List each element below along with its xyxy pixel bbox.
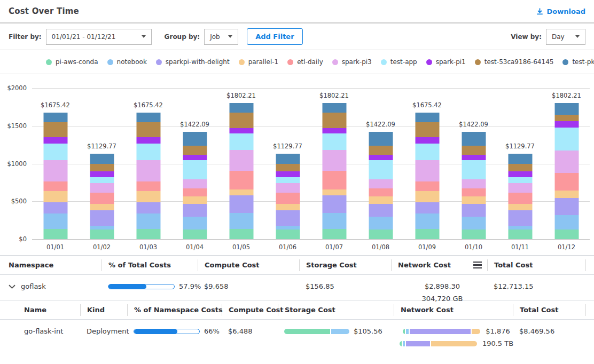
bar-segment-spark-pi1 — [322, 128, 346, 133]
bar-segment-pi-aws-conda — [369, 230, 393, 239]
y-axis-tick: $500 — [11, 197, 27, 205]
workload-table-header: Name Kind % of Namespace Costs Compute C… — [0, 300, 594, 320]
bar-segment-test-53ca9186-64145 — [369, 146, 393, 155]
bar-segment-etl-daily — [43, 181, 67, 192]
bar-segment-etl-daily — [554, 173, 579, 191]
stacked-bar-01/04[interactable] — [183, 132, 207, 239]
legend-swatch-icon — [156, 59, 162, 65]
stacked-bar-01/03[interactable] — [136, 113, 160, 239]
minibar-segment — [431, 341, 477, 346]
bar-segment-spark-pi1 — [415, 137, 439, 144]
bar-segment-parallel-1 — [90, 204, 114, 210]
namespace-compute-cost: $9,658 — [198, 275, 299, 290]
bar-segment-sparkpi-with-delight — [183, 204, 207, 217]
workload-total-cost: $8,469.56 — [513, 320, 586, 335]
stacked-bar-01/07[interactable] — [322, 103, 346, 239]
stacked-bar-01/05[interactable] — [229, 103, 253, 239]
legend-label: pi-aws-conda — [56, 58, 98, 66]
menu-icon[interactable] — [473, 262, 482, 269]
stacked-bar-01/09[interactable] — [415, 113, 439, 239]
stacked-bar-01/12[interactable] — [554, 103, 579, 239]
bar-segment-notebook — [462, 217, 486, 230]
minibar-segment — [403, 341, 405, 346]
bar-segment-spark-pi1 — [276, 171, 300, 177]
bar-segment-pi-aws-conda — [415, 229, 439, 239]
stacked-bar-01/08[interactable] — [369, 132, 393, 239]
y-axis-tick: $1000 — [7, 160, 27, 168]
bar-segment-test-pkix — [276, 154, 300, 164]
bar-segment-notebook — [43, 213, 67, 229]
view-by-value: Day — [552, 33, 565, 41]
bar-segment-test-53ca9186-64145 — [554, 115, 579, 121]
bar-slot: $1422.09 — [171, 88, 218, 239]
col-wl-total-cost: Total Cost — [513, 304, 586, 316]
bar-segment-etl-daily — [508, 193, 532, 204]
minibar-segment — [406, 341, 429, 346]
namespace-total-cost: $12,713.15 — [487, 275, 586, 290]
minibar-segment — [403, 329, 405, 334]
date-range-dropdown[interactable]: 01/01/21 - 01/12/21 — [46, 29, 152, 45]
chevron-down-icon — [575, 35, 580, 38]
download-button[interactable]: Download — [536, 7, 585, 15]
bar-segment-sparkpi-with-delight — [90, 210, 114, 226]
view-by-dropdown[interactable]: Day — [546, 29, 585, 45]
group-by-dropdown[interactable]: Job — [204, 29, 238, 45]
bar-segment-test-app — [554, 128, 579, 150]
bar-segment-parallel-1 — [369, 196, 393, 203]
legend-swatch-icon — [381, 59, 387, 65]
x-axis-tick: 01/01 — [32, 243, 79, 251]
stacked-bar-01/11[interactable] — [508, 154, 532, 239]
bar-segment-spark-pi3 — [90, 183, 114, 193]
bar-segment-pi-aws-conda — [322, 229, 346, 239]
x-axis-tick: 01/12 — [543, 243, 590, 251]
bar-segment-sparkpi-with-delight — [229, 195, 253, 213]
y-axis-tick: $0 — [19, 235, 27, 243]
bar-segment-test-app — [43, 144, 67, 160]
stacked-bar-01/01[interactable] — [43, 113, 67, 239]
legend-item-spark-pi1[interactable]: spark-pi1 — [426, 58, 466, 66]
percent-namespace-bar — [134, 329, 200, 334]
bar-segment-sparkpi-with-delight — [462, 204, 486, 217]
y-axis-tick: $1500 — [7, 122, 27, 130]
minibar-segment — [472, 329, 481, 334]
minibar-segment — [331, 329, 349, 334]
legend-item-test-app[interactable]: test-app — [381, 58, 417, 66]
download-label: Download — [547, 7, 585, 15]
namespace-network-volume: 304,720 GB — [422, 295, 463, 303]
legend-item-notebook[interactable]: notebook — [107, 58, 147, 66]
bar-segment-parallel-1 — [43, 191, 67, 202]
group-by-label: Group by: — [165, 33, 200, 41]
bar-segment-test-app — [415, 144, 439, 160]
add-filter-button[interactable]: Add Filter — [247, 28, 302, 45]
col-storage-cost: Storage Cost — [299, 259, 391, 271]
col-kind: Kind — [80, 304, 127, 316]
bar-total-label: $1802.21 — [533, 92, 594, 99]
bar-segment-test-pkix — [183, 132, 207, 146]
legend-item-sparkpi-with-delight[interactable]: sparkpi-with-delight — [156, 58, 230, 66]
legend-item-test-pkix[interactable]: test-pkix — [562, 58, 594, 66]
legend-item-spark-pi3[interactable]: spark-pi3 — [332, 58, 372, 66]
chevron-down-icon[interactable] — [9, 284, 15, 289]
legend-item-pi-aws-conda[interactable]: pi-aws-conda — [46, 58, 98, 66]
bar-segment-parallel-1 — [322, 189, 346, 195]
stacked-bar-01/02[interactable] — [90, 154, 114, 239]
col-percent-namespace: % of Namespace Costs — [127, 304, 222, 316]
bar-segment-spark-pi1 — [43, 137, 67, 144]
legend-item-parallel-1[interactable]: parallel-1 — [239, 58, 279, 66]
bar-slot: $1802.21 — [218, 88, 264, 239]
legend-item-test-53ca9186-64145[interactable]: test-53ca9186-64145 — [475, 58, 554, 66]
stacked-bar-01/10[interactable] — [462, 132, 486, 239]
workload-row[interactable]: go-flask-int Deployment 66% $6,488 $105.… — [0, 320, 594, 351]
legend-items: pi-aws-condanotebooksparkpi-with-delight… — [46, 58, 594, 66]
legend-item-etl-daily[interactable]: etl-daily — [287, 58, 323, 66]
bar-segment-test-pkix — [136, 113, 160, 122]
bar-segment-test-pkix — [43, 113, 67, 122]
namespace-row[interactable]: goflask 57.9% $9,658 $156.85 $2,898.30 3… — [0, 275, 594, 300]
gridline — [32, 239, 590, 240]
bar-segment-pi-aws-conda — [554, 230, 579, 239]
stacked-bar-01/06[interactable] — [276, 154, 300, 239]
namespace-name: goflask — [21, 282, 46, 290]
bar-segment-sparkpi-with-delight — [322, 195, 346, 213]
bar-slot: $1129.77 — [497, 88, 543, 239]
bar-segment-test-53ca9186-64145 — [90, 164, 114, 171]
